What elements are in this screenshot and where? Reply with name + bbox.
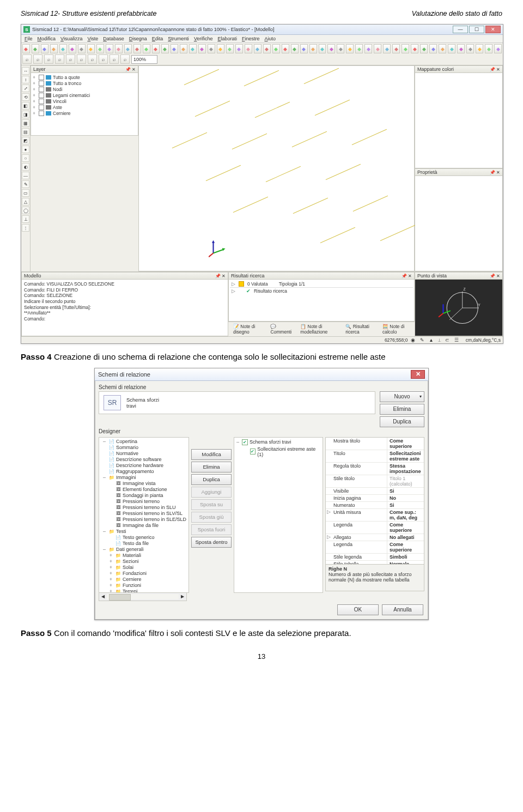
toolbar-button[interactable]: ◆ <box>198 44 206 53</box>
layer-row[interactable]: +Vincoli <box>33 98 136 104</box>
prop-row[interactable]: Regola titoloStessa impostazione <box>326 463 424 475</box>
vtool-button[interactable]: ⟲ <box>22 93 29 101</box>
toolbar-button[interactable]: ◆ <box>457 44 465 53</box>
toolbar-button[interactable]: ◆ <box>124 44 132 53</box>
status-tab[interactable]: 🔍 Risultati ricerca <box>343 323 376 336</box>
vtool-button[interactable]: ↕ <box>22 76 29 83</box>
vtool-button[interactable]: ● <box>22 146 29 153</box>
toolbar-button[interactable]: ◆ <box>364 44 372 53</box>
toolbar-button[interactable]: ◆ <box>245 44 252 53</box>
selected-items-tree[interactable]: –✔Schema sforzi travi✔Sollecitazioni est… <box>234 437 323 593</box>
tree-item[interactable]: 📄Testo da file <box>100 541 187 547</box>
menu-database[interactable]: Database <box>103 36 124 41</box>
toolbar-button[interactable]: ◆ <box>448 44 455 53</box>
ok-button[interactable]: OK <box>337 604 379 615</box>
toolbar-button[interactable]: ◆ <box>87 44 95 53</box>
status-icons[interactable]: ◉ ✎ ▲ ⟂ ⊂ ☰ <box>411 337 460 343</box>
modello-header[interactable]: Modello 📌 ✕ <box>21 272 228 280</box>
toolbar-button[interactable]: ◆ <box>180 44 187 53</box>
tree-item[interactable]: +📁Fondazioni <box>100 571 187 577</box>
toolbar-button[interactable]: ◆ <box>374 44 381 53</box>
toolbar-button[interactable]: ◆ <box>346 44 354 53</box>
vtool-button[interactable]: ✎ <box>22 180 29 188</box>
tree-item[interactable]: +📁Funzioni <box>100 583 187 589</box>
vtool-button[interactable]: — <box>22 172 29 179</box>
toolbar-button[interactable]: ◆ <box>217 44 224 53</box>
tree-item[interactable]: 📄Sommario <box>100 445 187 451</box>
toolbar-button[interactable]: ◆ <box>78 44 86 53</box>
selected-item[interactable]: –✔Schema sforzi travi <box>235 439 321 446</box>
compass-gizmo[interactable]: Z Y <box>434 285 483 331</box>
toolbar-button[interactable]: ◆ <box>143 44 150 53</box>
menu-finestre[interactable]: Finestre <box>242 36 260 41</box>
toolbar-button[interactable]: ◆ <box>420 44 428 53</box>
toolbar-button[interactable]: ◆ <box>337 44 344 53</box>
vtool-button[interactable]: ⋮ <box>22 224 29 232</box>
tree-item[interactable]: –📄Copertina <box>100 439 187 445</box>
toolbar-button[interactable]: ◆ <box>106 44 113 53</box>
items-tree[interactable]: –📄Copertina📄Sommario📄Normative📄Descrizio… <box>99 437 189 593</box>
toolbar-button[interactable]: ◆ <box>59 44 67 53</box>
tree-item[interactable]: +📁Sezioni <box>100 559 187 565</box>
layer-row[interactable]: +Nodi <box>33 86 136 92</box>
toolbar-button[interactable]: ◆ <box>208 44 215 53</box>
toolbar-button[interactable]: ⌕ <box>22 54 32 64</box>
prop-row[interactable]: ▷Unità misuraCome sup.: m, daN, deg <box>326 509 424 522</box>
tree-item[interactable]: +📁Cerniere <box>100 577 187 583</box>
tree-item[interactable]: +📁Terreni <box>100 589 187 593</box>
tree-item[interactable]: 🖼Immagine da file <box>100 523 187 529</box>
toolbar-button[interactable]: ◆ <box>476 44 483 53</box>
toolbar-button[interactable]: ⌕ <box>110 54 119 64</box>
menu-disegna[interactable]: Disegna <box>129 36 147 41</box>
vtool-button[interactable]: ◯ <box>22 207 29 214</box>
vtool-button[interactable]: ▦ <box>22 119 29 127</box>
toolbar-button[interactable]: ◆ <box>402 44 409 53</box>
toolbar-button[interactable]: ⌕ <box>66 54 75 64</box>
menu-verifiche[interactable]: Verifiche <box>194 36 213 41</box>
duplica-button[interactable]: Duplica <box>380 416 424 427</box>
menu-edita[interactable]: Edita <box>152 36 163 41</box>
prop-row[interactable]: Stile tabellaNormale <box>326 561 424 565</box>
toolbar-button[interactable]: ◆ <box>133 44 141 53</box>
status-tab[interactable]: 📝 Note di disegno <box>230 323 264 336</box>
toolbar-button[interactable]: ⌕ <box>33 54 42 64</box>
toolbar-button[interactable]: ◆ <box>171 44 178 53</box>
toolbar-button[interactable]: ◆ <box>22 44 30 53</box>
vtool-button[interactable]: △ <box>22 198 29 205</box>
risultati-header[interactable]: Risultati ricerca 📌 ✕ <box>228 272 415 280</box>
proprieta-panel-header[interactable]: Proprietà 📌 ✕ <box>415 168 503 176</box>
tree-item[interactable]: 📄Raggruppamento <box>100 469 187 475</box>
toolbar-button[interactable]: ◆ <box>115 44 123 53</box>
tree-item[interactable]: +📁Solai <box>100 565 187 571</box>
tree-scrollbar[interactable]: ◀▶ <box>99 593 187 601</box>
toolbar-button[interactable]: ◆ <box>411 44 418 53</box>
elimina-button[interactable]: Elimina <box>191 462 232 472</box>
toolbar-button[interactable]: ◆ <box>485 44 492 53</box>
toolbar-button[interactable]: ◆ <box>319 44 326 53</box>
prop-row[interactable]: TitoloSollecitazioni estreme aste <box>326 450 424 463</box>
toolbar-button[interactable]: ◆ <box>309 44 317 53</box>
layer-row[interactable]: +Aste <box>33 104 136 110</box>
vtool-button[interactable]: ◧ <box>22 102 29 110</box>
tree-item[interactable]: –📁Testi <box>100 529 187 535</box>
vtool-button[interactable]: ▤ <box>22 128 29 136</box>
selected-item[interactable]: ✔Sollecitazioni estreme aste (1) <box>235 446 321 458</box>
tree-item[interactable]: 🖼Pressioni terreno <box>100 499 187 505</box>
layer-row[interactable]: +Tutto a quote <box>33 74 136 80</box>
toolbar-button[interactable]: ◆ <box>429 44 437 53</box>
toolbar-button[interactable]: ◆ <box>291 44 299 53</box>
toolbar-button[interactable]: ◆ <box>152 44 160 53</box>
toolbar-button[interactable]: ◆ <box>282 44 289 53</box>
toolbar-button[interactable]: ◆ <box>439 44 446 53</box>
toolbar-button[interactable]: ◆ <box>494 44 502 53</box>
vtool-button[interactable]: ◐ <box>22 163 29 171</box>
tree-item[interactable]: 📄Testo generico <box>100 535 187 541</box>
toolbar-button[interactable]: ◆ <box>50 44 58 53</box>
toolbar-button[interactable]: ◆ <box>41 44 48 53</box>
toolbar-button[interactable]: ⌕ <box>99 54 108 64</box>
menu-modifica[interactable]: Modifica <box>38 36 56 41</box>
vtool-button[interactable]: ◨ <box>22 111 29 118</box>
prop-row[interactable]: Stile legendaSimboli <box>326 554 424 561</box>
tree-item[interactable]: 📄Descrizione hardware <box>100 463 187 469</box>
pin-icon[interactable]: 📌 ✕ <box>215 274 226 278</box>
